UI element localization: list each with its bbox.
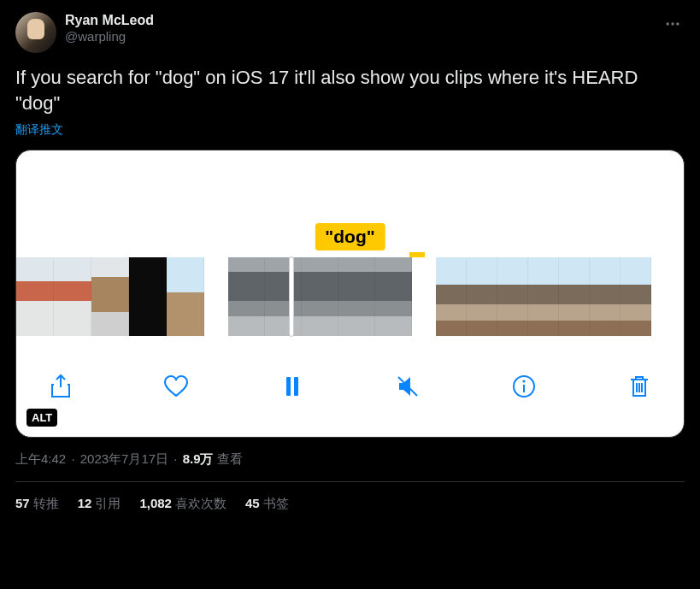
timeline-frame: [467, 257, 497, 336]
playhead[interactable]: [290, 257, 293, 336]
likes-stat[interactable]: 1,082喜欢次数: [139, 496, 226, 512]
tweet-text: If you search for "dog" on iOS 17 it'll …: [15, 65, 685, 115]
timeline-frame: [338, 257, 375, 336]
search-label-row: "dog": [16, 150, 684, 257]
heart-icon: [162, 373, 190, 400]
timeline-frame: [559, 257, 590, 336]
meta-separator: ·: [71, 451, 74, 466]
clip-group-3: [436, 257, 651, 336]
tweet-time[interactable]: 上午4:42: [15, 451, 66, 466]
timeline-frame: [528, 257, 559, 336]
quotes-count: 12: [78, 496, 92, 510]
display-name: Ryan McLeod: [65, 12, 154, 29]
share-button[interactable]: [45, 371, 76, 402]
alt-badge[interactable]: ALT: [26, 409, 57, 427]
timeline-frame: [436, 257, 467, 336]
timeline-frame: [265, 257, 302, 336]
handle: @warpling: [65, 29, 154, 45]
trash-icon: [626, 373, 653, 400]
svg-point-2: [676, 22, 679, 25]
svg-point-1: [671, 22, 674, 25]
info-button[interactable]: [509, 371, 539, 402]
meta-separator: ·: [174, 451, 177, 466]
avatar[interactable]: [15, 12, 56, 53]
views-count: 8.9万: [183, 451, 214, 466]
timeline-frame: [497, 257, 528, 336]
media-card[interactable]: "dog": [15, 150, 685, 438]
clip-group-1: [16, 257, 204, 336]
bookmarks-label: 书签: [263, 496, 289, 510]
engagement-stats: 57转推 12引用 1,082喜欢次数 45书签: [15, 482, 685, 512]
timeline-frame: [16, 257, 54, 336]
timeline-frame: [228, 257, 265, 336]
timeline-frame: [167, 257, 204, 336]
timeline-frame: [375, 257, 412, 336]
timeline-frame: [302, 257, 338, 336]
views-label: 查看: [217, 451, 243, 466]
more-button[interactable]: [661, 12, 685, 39]
media-inner: "dog": [16, 150, 684, 437]
timeline-frame: [54, 257, 91, 336]
timeline-frame: [590, 257, 621, 336]
timeline-gap: [204, 257, 228, 336]
like-button[interactable]: [161, 371, 191, 402]
timeline-frame: [621, 257, 651, 336]
mute-button[interactable]: [392, 371, 423, 402]
tweet-meta: 上午4:42 · 2023年7月17日 · 8.9万 查看: [15, 451, 685, 468]
search-term-badge: "dog": [315, 223, 385, 250]
bookmarks-count: 45: [245, 496, 260, 510]
quotes-label: 引用: [95, 496, 121, 510]
likes-label: 喜欢次数: [175, 496, 226, 510]
delete-button[interactable]: [624, 371, 655, 402]
retweets-label: 转推: [33, 496, 59, 510]
author-names[interactable]: Ryan McLeod @warpling: [65, 12, 154, 45]
video-timeline[interactable]: [16, 257, 684, 336]
pause-icon: [279, 373, 306, 400]
bookmarks-stat[interactable]: 45书签: [245, 496, 289, 512]
retweets-count: 57: [15, 496, 30, 510]
quotes-stat[interactable]: 12引用: [78, 496, 121, 512]
svg-rect-4: [294, 377, 298, 396]
timeline-frame: [129, 257, 167, 336]
timeline-gap: [412, 257, 436, 336]
clip-group-2: [228, 257, 412, 336]
likes-count: 1,082: [139, 496, 172, 510]
timeline-marker: [409, 252, 425, 257]
media-toolbar: [16, 336, 684, 437]
speaker-muted-icon: [394, 373, 421, 400]
svg-point-6: [522, 380, 525, 383]
more-icon: [664, 15, 681, 32]
tweet-date[interactable]: 2023年7月17日: [80, 451, 168, 466]
timeline-frame: [91, 257, 129, 336]
info-icon: [510, 373, 538, 400]
translate-link[interactable]: 翻译推文: [15, 122, 685, 138]
svg-rect-3: [286, 377, 291, 396]
share-icon: [47, 373, 74, 400]
pause-button[interactable]: [277, 371, 308, 402]
tweet-header: Ryan McLeod @warpling: [15, 12, 685, 53]
svg-point-0: [667, 22, 669, 25]
retweets-stat[interactable]: 57转推: [15, 496, 59, 512]
tweet-container: Ryan McLeod @warpling If you search for …: [0, 0, 700, 522]
